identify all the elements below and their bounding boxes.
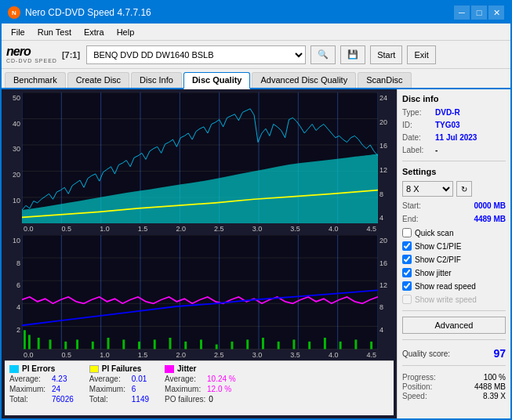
divider-4 [402,365,506,366]
svg-rect-45 [169,338,172,349]
svg-rect-34 [24,331,26,349]
show-c2pif-checkbox[interactable] [402,255,412,264]
maximize-button[interactable]: □ [471,5,487,20]
content-area: 50 40 30 20 10 [2,89,510,418]
jitter-avg: Average: 10.24 % [165,375,236,383]
menu-help[interactable]: Help [111,26,141,38]
top-chart-container: 50 40 30 20 10 [5,92,394,223]
disc-label-row: Label: - [402,146,506,154]
svg-rect-38 [64,342,67,349]
svg-rect-57 [354,340,357,349]
svg-rect-40 [92,342,94,349]
tabs: Benchmark Create Disc Disc Info Disc Qua… [2,69,510,89]
drive-select[interactable]: BENQ DVD DD DW1640 BSLB [86,45,306,64]
svg-rect-39 [76,340,78,349]
main-window: N Nero CD-DVD Speed 4.7.7.16 ─ □ ✕ File … [0,0,512,420]
pi-errors-max: Maximum: 24 [9,385,74,393]
disc-date-row: Date: 11 Jul 2023 [402,133,506,142]
title-bar: N Nero CD-DVD Speed 4.7.7.16 ─ □ ✕ [2,2,510,24]
disc-id-row: ID: TYG03 [402,121,506,129]
divider-3 [402,339,506,340]
detect-button[interactable]: 🔍 [310,45,336,64]
bottom-chart-container: 10 8 6 4 2 [5,235,394,349]
close-button[interactable]: ✕ [488,5,504,20]
refresh-button[interactable]: ↻ [456,181,472,197]
pi-errors-group: PI Errors Average: 4.23 Maximum: 24 Tota… [9,364,74,412]
pi-errors-label: PI Errors [9,364,74,373]
quick-scan-checkbox[interactable] [402,228,412,237]
menu-runtest[interactable]: Run Test [31,26,78,38]
top-chart-x-labels: 0.0 0.5 1.0 1.5 2.0 2.5 3.0 3.5 4.0 4.5 [5,225,394,233]
disc-info-title: Disc info [402,94,506,103]
disc-type-row: Type: DVD-R [402,108,506,117]
progress-row: Progress: 100 % [402,373,506,382]
tab-benchmark[interactable]: Benchmark [5,72,66,88]
save-button[interactable]: 💾 [340,45,365,64]
bottom-chart-svg [22,235,378,349]
end-mb-row: End: 4489 MB [402,215,506,223]
tab-disc-info[interactable]: Disc Info [131,72,182,88]
window-title: Nero CD-DVD Speed 4.7.7.16 [25,7,151,18]
svg-rect-43 [138,342,140,349]
quality-row: Quality score: 97 [402,347,506,360]
show-c1pie-row: Show C1/PIE [402,241,506,251]
show-read-speed-checkbox[interactable] [402,281,412,291]
speed-select[interactable]: MAX4 X8 X16 X [402,181,453,197]
position-row: Position: 4488 MB [402,382,506,391]
show-jitter-checkbox[interactable] [402,268,412,277]
jitter-color [165,365,174,373]
svg-rect-37 [49,340,52,349]
right-panel: Disc info Type: DVD-R ID: TYG03 Date: 11… [397,89,510,418]
svg-rect-17 [22,235,378,349]
settings-title: Settings [402,167,506,176]
pi-failures-label: PI Failures [89,364,149,373]
svg-rect-36 [38,338,40,349]
stats-bar: PI Errors Average: 4.23 Maximum: 24 Tota… [5,360,394,415]
pi-failures-max: Maximum: 6 [89,385,149,393]
start-button[interactable]: Start [370,45,402,64]
pi-failures-avg: Average: 0.01 [89,375,149,383]
jitter-max: Maximum: 12.0 % [165,385,236,393]
minimize-button[interactable]: ─ [454,5,470,20]
pi-failures-total: Total: 1149 [89,395,149,404]
svg-rect-54 [308,342,310,349]
svg-rect-47 [200,340,202,349]
divider-1 [402,161,506,161]
app-icon: N [8,6,20,19]
tab-scan-disc[interactable]: ScanDisc [358,72,411,88]
bottom-chart-x-labels: 0.0 0.5 1.0 1.5 2.0 2.5 3.0 3.5 4.0 4.5 [5,351,394,359]
tab-create-disc[interactable]: Create Disc [67,72,129,88]
advanced-button[interactable]: Advanced [402,317,506,334]
svg-rect-50 [246,340,249,349]
divider-2 [402,310,506,311]
show-jitter-row: Show jitter [402,268,506,277]
svg-rect-35 [28,335,31,349]
menu-bar: File Run Test Extra Help [2,24,510,41]
exit-button[interactable]: Exit [407,45,435,64]
svg-rect-44 [154,340,156,349]
pi-errors-color [9,365,19,373]
svg-rect-46 [184,342,187,349]
title-bar-left: N Nero CD-DVD Speed 4.7.7.16 [8,6,151,19]
menu-file[interactable]: File [5,26,31,38]
svg-rect-48 [216,345,218,349]
svg-rect-55 [324,338,326,349]
svg-rect-53 [292,340,295,349]
tab-advanced-disc-quality[interactable]: Advanced Disc Quality [252,72,356,88]
svg-rect-49 [231,342,233,349]
bottom-chart-y-left: 10 8 6 4 2 [5,235,22,349]
svg-rect-51 [262,338,264,349]
chart-area: 50 40 30 20 10 [2,89,397,418]
progress-section: Progress: 100 % Position: 4488 MB Speed:… [402,373,506,401]
menu-extra[interactable]: Extra [78,26,111,38]
toolbar: nero CD-DVD SPEED [7:1] BENQ DVD DD DW16… [2,41,510,69]
pi-failures-color [89,365,99,373]
show-c1pie-checkbox[interactable] [402,241,412,251]
start-mb-row: Start: 0000 MB [402,201,506,210]
title-bar-controls: ─ □ ✕ [454,5,504,20]
svg-rect-58 [370,342,372,349]
svg-rect-52 [278,342,280,349]
tab-disc-quality[interactable]: Disc Quality [183,72,251,89]
show-c2pif-row: Show C2/PIF [402,255,506,264]
svg-rect-42 [122,340,125,349]
